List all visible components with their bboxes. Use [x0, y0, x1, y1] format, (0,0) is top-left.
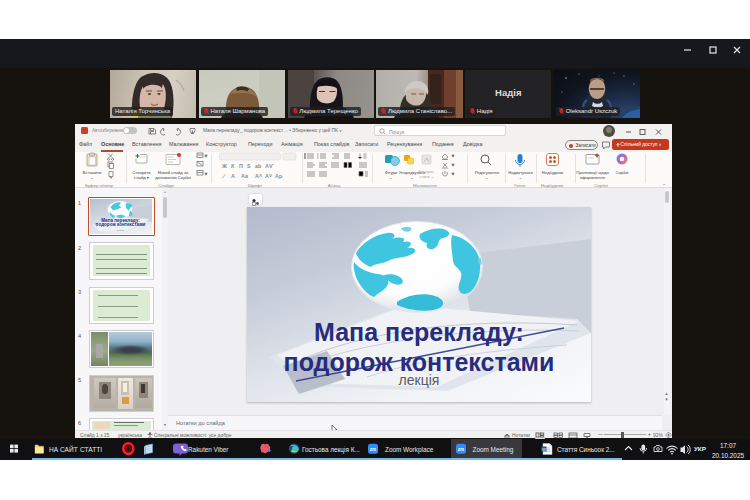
svg-text:Ж: Ж: [221, 163, 227, 169]
svg-text:⌄: ⌄: [519, 175, 522, 180]
svg-text:▾: ▾: [452, 172, 454, 176]
svg-text:17:07: 17:07: [720, 442, 736, 449]
svg-text:▾: ▾: [205, 172, 207, 176]
svg-text:20.10.2025: 20.10.2025: [712, 451, 744, 458]
svg-text:⟋: ⟋: [221, 173, 227, 179]
svg-text:Аа: Аа: [241, 173, 249, 179]
svg-text:Ар: Ар: [275, 173, 283, 179]
svg-text:S: S: [247, 163, 251, 169]
svg-text:Copilot: Copilot: [615, 170, 629, 175]
svg-text:А˄: А˄: [255, 173, 263, 179]
svg-text:⌄: ⌄: [485, 175, 488, 180]
svg-text:А˅: А˅: [265, 173, 273, 179]
svg-text:zm: zm: [370, 447, 376, 452]
svg-text:Фігури: Фігури: [385, 170, 398, 175]
svg-text:П: П: [239, 163, 243, 169]
svg-text:⌄: ⌄: [389, 175, 392, 180]
svg-text:Надбудови: Надбудови: [542, 170, 564, 175]
svg-text:▾: ▾: [452, 163, 454, 167]
svg-text:W: W: [542, 446, 546, 451]
svg-text:оформлення: оформлення: [580, 175, 605, 180]
svg-text:К: К: [231, 163, 235, 169]
svg-text:Вставити: Вставити: [83, 170, 102, 175]
svg-text:стилі ⌄: стилі ⌄: [420, 174, 434, 179]
svg-text:⌄: ⌄: [662, 180, 666, 186]
svg-text:А: А: [231, 173, 235, 179]
svg-text:Редагування: Редагування: [475, 170, 500, 175]
svg-text:⌄: ⌄: [410, 175, 413, 180]
svg-text:Надиктувати: Надиктувати: [508, 170, 533, 175]
svg-text:ab: ab: [255, 163, 262, 169]
svg-text:слайд ▾: слайд ▾: [134, 175, 150, 180]
svg-text:▾: ▾: [205, 154, 207, 158]
svg-text:допомогою Copilot: допомогою Copilot: [155, 175, 192, 180]
svg-text:АѴ: АѴ: [265, 163, 274, 169]
svg-text:▾: ▾: [452, 154, 454, 158]
svg-text:⌄: ⌄: [90, 175, 93, 180]
svg-text:zm: zm: [458, 447, 464, 452]
svg-text:УКР: УКР: [694, 445, 706, 452]
